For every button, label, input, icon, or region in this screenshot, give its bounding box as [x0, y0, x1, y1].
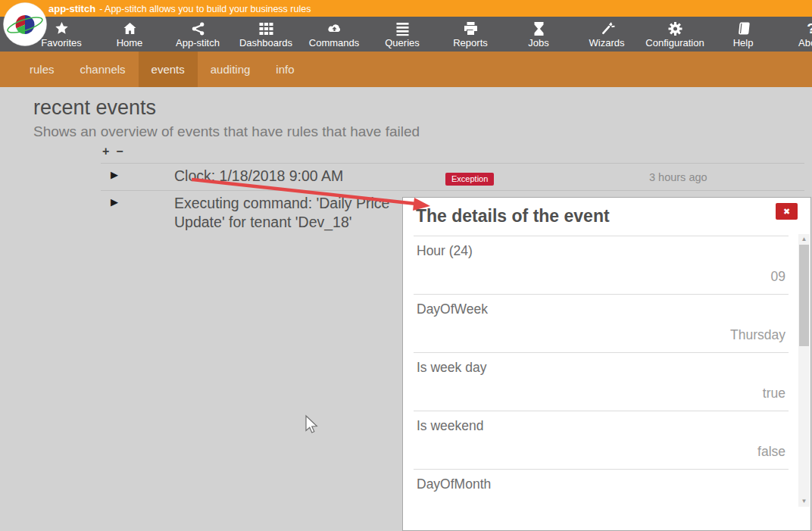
event-title: Clock: 1/18/2018 9:00 AM: [174, 167, 343, 186]
share-icon: [164, 20, 232, 37]
app-tagline: - App-stitch allows you to build your bu…: [99, 4, 311, 14]
sub-navbar: rules channels events auditing info: [0, 52, 812, 87]
nav-item-configuration[interactable]: Configuration: [641, 17, 709, 52]
event-title: Executing command: 'Daily Price Update' …: [174, 194, 424, 232]
field-label: Hour (24): [417, 243, 473, 259]
list-icon: [368, 20, 436, 37]
subnav-item-rules[interactable]: rules: [17, 52, 67, 87]
nav-item-reports[interactable]: Reports: [436, 17, 504, 52]
field-row: DayOfWeek Thursday: [414, 295, 789, 353]
expand-all-button[interactable]: +: [102, 145, 109, 158]
field-value: false: [757, 444, 785, 460]
close-icon: ✖: [783, 207, 790, 216]
nav-item-jobs[interactable]: Jobs: [504, 17, 573, 52]
field-label: DayOfWeek: [417, 301, 488, 317]
cloud-upload-icon: [300, 20, 368, 37]
magic-wand-icon: [573, 20, 641, 37]
field-label: Is weekend: [417, 418, 484, 434]
list-controls: +−: [102, 145, 130, 158]
top-banner: app-stitch- App-stitch allows you to bui…: [0, 0, 812, 17]
scroll-down-icon[interactable]: ▼: [798, 496, 810, 507]
nav-item-app-stitch[interactable]: App-stitch: [164, 17, 232, 52]
scrollbar-thumb[interactable]: [799, 245, 809, 346]
gear-icon: [641, 20, 709, 37]
field-label: DayOfMonth: [417, 476, 491, 492]
expander-icon[interactable]: ▶: [111, 169, 118, 180]
subnav-item-info[interactable]: info: [263, 52, 307, 87]
nav-item-dashboards[interactable]: Dashboards: [232, 17, 300, 52]
field-row: DayOfMonth: [414, 470, 789, 528]
nav-item-home[interactable]: Home: [95, 17, 164, 52]
app-logo[interactable]: [3, 2, 47, 46]
collapse-all-button[interactable]: −: [116, 145, 123, 158]
subnav-item-channels[interactable]: channels: [67, 52, 139, 87]
subnav-item-events[interactable]: events: [139, 52, 198, 87]
event-detail-fields: Hour (24) 09 DayOfWeek Thursday Is week …: [414, 236, 789, 528]
field-row: Hour (24) 09: [414, 236, 789, 295]
book-icon: [709, 20, 777, 37]
page-title: recent events: [33, 96, 156, 120]
field-row: Is week day true: [414, 353, 789, 411]
field-value: 09: [771, 269, 785, 285]
event-row[interactable]: ▶ Clock: 1/18/2018 9:00 AM Exception 3 h…: [101, 164, 804, 191]
subnav-item-auditing[interactable]: auditing: [198, 52, 264, 87]
field-row: Is weekend false: [414, 411, 789, 470]
home-icon: [95, 20, 164, 37]
app-brand: app-stitch: [48, 3, 95, 14]
nav-item-about[interactable]: ? About: [777, 17, 812, 52]
question-mark-icon: ?: [777, 20, 812, 37]
nav-item-queries[interactable]: Queries: [368, 17, 436, 52]
status-badge: Exception: [445, 173, 494, 186]
event-timestamp: 3 hours ago: [649, 171, 707, 183]
page-subtitle: Shows an overview of events that have ru…: [33, 123, 420, 140]
close-button[interactable]: ✖: [776, 203, 798, 220]
nav-item-help[interactable]: Help: [709, 17, 777, 52]
nav-item-wizards[interactable]: Wizards: [573, 17, 641, 52]
modal-title: The details of the event: [416, 206, 610, 226]
event-details-modal: The details of the event ✖ Hour (24) 09 …: [402, 197, 811, 531]
field-value: true: [763, 386, 785, 401]
modal-scrollbar[interactable]: ▲ ▼: [798, 234, 810, 507]
main-navbar: Favorites Home App-stitch Dashboards Com…: [0, 17, 812, 52]
expander-icon[interactable]: ▶: [111, 196, 118, 208]
hourglass-icon: [504, 20, 573, 37]
field-value: Thursday: [730, 327, 785, 343]
nav-item-commands[interactable]: Commands: [300, 17, 368, 52]
scroll-up-icon[interactable]: ▲: [798, 234, 810, 245]
field-label: Is week day: [417, 360, 486, 376]
grid-icon: [232, 20, 300, 37]
printer-icon: [436, 20, 504, 37]
